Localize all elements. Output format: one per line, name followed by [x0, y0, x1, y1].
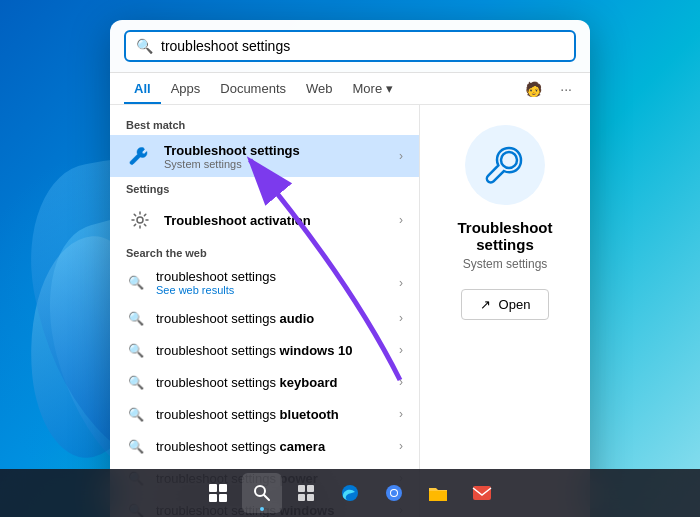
svg-rect-4: [298, 485, 305, 492]
web-item-1[interactable]: 🔍 troubleshoot settings audio ›: [110, 302, 419, 334]
web-arrow-3: ›: [399, 375, 403, 389]
web-item-5[interactable]: 🔍 troubleshoot settings camera ›: [110, 430, 419, 462]
taskbar-files-icon: [428, 484, 448, 502]
svg-rect-12: [473, 486, 491, 500]
svg-rect-7: [307, 494, 314, 501]
taskbar-mail-icon: [472, 485, 492, 501]
activation-title: Troubleshoot activation: [164, 213, 399, 228]
web-text-4: troubleshoot settings bluetooth: [156, 407, 339, 422]
web-item-0[interactable]: 🔍 troubleshoot settings See web results …: [110, 263, 419, 302]
left-panel: Best match Troubleshoot settings System …: [110, 105, 420, 517]
web-search-icon-4: 🔍: [126, 404, 146, 424]
open-icon: ↗: [480, 297, 491, 312]
taskbar-chrome-icon: [384, 483, 404, 503]
tab-all[interactable]: All: [124, 73, 161, 104]
best-match-label: Best match: [110, 113, 419, 135]
taskbar-search-icon: [253, 484, 271, 502]
taskbar-taskview-icon: [297, 484, 315, 502]
taskbar-taskview-button[interactable]: [286, 473, 326, 513]
activation-arrow: ›: [399, 213, 403, 227]
web-item-2[interactable]: 🔍 troubleshoot settings windows 10 ›: [110, 334, 419, 366]
web-item-4[interactable]: 🔍 troubleshoot settings bluetooth ›: [110, 398, 419, 430]
tab-more[interactable]: More ▾: [343, 73, 403, 104]
svg-point-0: [137, 217, 143, 223]
open-label: Open: [499, 297, 531, 312]
search-magnifier-icon: 🔍: [136, 38, 153, 54]
web-text-2: troubleshoot settings windows 10: [156, 343, 353, 358]
web-text-1: troubleshoot settings audio: [156, 311, 314, 326]
see-results-link: See web results: [156, 284, 276, 296]
open-button[interactable]: ↗ Open: [461, 289, 550, 320]
svg-rect-6: [298, 494, 305, 501]
windows-logo-icon: [209, 484, 227, 502]
best-match-arrow: ›: [399, 149, 403, 163]
web-arrow-0: ›: [399, 276, 403, 290]
taskbar-chrome-button[interactable]: [374, 473, 414, 513]
search-bar: 🔍: [110, 20, 590, 73]
web-arrow-2: ›: [399, 343, 403, 357]
right-panel-icon: [465, 125, 545, 205]
web-section-label: Search the web: [110, 241, 419, 263]
web-text-3: troubleshoot settings keyboard: [156, 375, 337, 390]
search-overlay: 🔍 All Apps Documents Web More ▾ 🧑 ··· Be…: [110, 20, 590, 517]
web-search-icon-0: 🔍: [126, 273, 146, 293]
best-match-subtitle: System settings: [164, 158, 399, 170]
search-content: Best match Troubleshoot settings System …: [110, 105, 590, 517]
svg-rect-5: [307, 485, 314, 492]
taskbar-edge-button[interactable]: [330, 473, 370, 513]
svg-line-3: [264, 495, 269, 500]
web-arrow-4: ›: [399, 407, 403, 421]
best-match-text: Troubleshoot settings System settings: [164, 143, 399, 170]
activation-text: Troubleshoot activation: [164, 213, 399, 228]
search-input[interactable]: [161, 38, 564, 54]
web-search-icon-1: 🔍: [126, 308, 146, 328]
taskbar-mail-button[interactable]: [462, 473, 502, 513]
tab-web[interactable]: Web: [296, 73, 343, 104]
tabs-right-icons: 🧑 ···: [521, 77, 576, 101]
taskbar-search-button[interactable]: [242, 473, 282, 513]
search-tabs: All Apps Documents Web More ▾ 🧑 ···: [110, 73, 590, 105]
taskbar-start-button[interactable]: [198, 473, 238, 513]
search-input-wrapper[interactable]: 🔍: [124, 30, 576, 62]
web-search-icon-2: 🔍: [126, 340, 146, 360]
right-panel: Troubleshoot settings System settings ↗ …: [420, 105, 590, 517]
tab-documents[interactable]: Documents: [210, 73, 296, 104]
best-match-title: Troubleshoot settings: [164, 143, 399, 158]
svg-point-11: [391, 490, 397, 496]
web-arrow-1: ›: [399, 311, 403, 325]
wrench-icon: [126, 142, 154, 170]
web-search-icon-3: 🔍: [126, 372, 146, 392]
settings-gear-icon: [126, 206, 154, 234]
right-panel-subtitle: System settings: [463, 257, 548, 271]
taskbar-files-button[interactable]: [418, 473, 458, 513]
web-search-icon-5: 🔍: [126, 436, 146, 456]
web-text-5: troubleshoot settings camera: [156, 439, 325, 454]
settings-item-activation[interactable]: Troubleshoot activation ›: [110, 199, 419, 241]
settings-section-label: Settings: [110, 177, 419, 199]
best-match-item[interactable]: Troubleshoot settings System settings ›: [110, 135, 419, 177]
taskbar: [0, 469, 700, 517]
account-icon[interactable]: 🧑: [521, 77, 546, 101]
web-arrow-5: ›: [399, 439, 403, 453]
tab-apps[interactable]: Apps: [161, 73, 211, 104]
web-item-3[interactable]: 🔍 troubleshoot settings keyboard ›: [110, 366, 419, 398]
taskbar-edge-icon: [340, 483, 360, 503]
right-panel-title: Troubleshoot settings: [440, 219, 570, 253]
more-options-icon[interactable]: ···: [556, 77, 576, 101]
web-text-0: troubleshoot settings See web results: [156, 269, 276, 296]
